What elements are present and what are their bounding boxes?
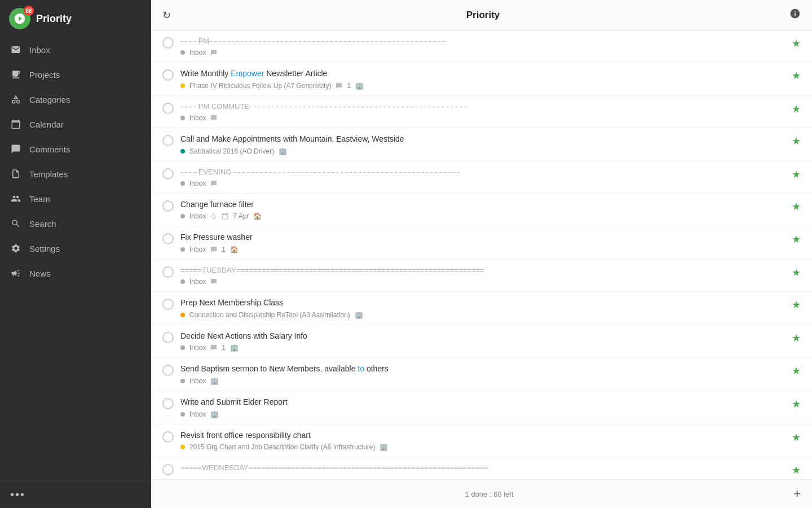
star-button[interactable]: ★ — [789, 134, 803, 148]
task-checkbox[interactable] — [162, 135, 174, 146]
calendar-small-icon — [222, 213, 228, 220]
task-row: Write Monthly Empower Newsletter Article… — [151, 63, 812, 96]
home-icon: 🏠 — [230, 246, 239, 253]
task-checkbox[interactable] — [162, 233, 174, 244]
sidebar-item-categories[interactable]: Categories — [0, 87, 151, 112]
sidebar-item-settings[interactable]: Settings — [0, 236, 151, 261]
info-button[interactable] — [789, 8, 801, 22]
task-content: Send Baptism sermon to New Members, avai… — [180, 364, 783, 385]
task-checkbox[interactable] — [162, 200, 174, 212]
star-button[interactable]: ★ — [789, 297, 803, 312]
task-checkbox[interactable] — [162, 332, 174, 343]
task-checkbox[interactable] — [162, 365, 174, 376]
add-task-button[interactable]: + — [793, 487, 801, 501]
task-checkbox[interactable] — [162, 431, 174, 443]
star-button[interactable]: ★ — [789, 331, 803, 345]
sidebar-item-templates[interactable]: Templates — [0, 161, 151, 186]
task-meta: 2015 Org Chart and Job Description Clari… — [180, 443, 783, 451]
task-content: Prep Next Membership Class Connection an… — [180, 297, 783, 319]
task-meta: Inbox — [180, 114, 783, 122]
star-button[interactable]: ★ — [789, 102, 803, 116]
task-row: - - - - EVENING - - - - - - - - - - - - … — [151, 161, 812, 194]
task-title: Decide Next Actions with Salary Info — [180, 331, 783, 342]
task-meta: Inbox — [180, 49, 783, 56]
task-checkbox[interactable] — [162, 464, 174, 475]
chat-icon — [210, 115, 217, 121]
building-icon: 🏢 — [230, 344, 239, 352]
task-row: Revisit front office responsibility char… — [151, 424, 812, 458]
task-meta: Inbox — [180, 179, 783, 187]
star-button[interactable]: ★ — [789, 199, 803, 214]
more-options-button[interactable]: ••• — [10, 488, 25, 501]
building-icon: 🏢 — [355, 311, 363, 319]
project-label: Phase IV Ridiculous Follow Up (A7 Genero… — [189, 82, 331, 90]
sidebar-item-label-inbox: Inbox — [29, 45, 50, 55]
task-row: Write and Submit Elder Report Inbox 🏢 ★ — [151, 391, 812, 424]
task-checkbox[interactable] — [162, 69, 174, 81]
sidebar-item-label-news: News — [29, 269, 51, 278]
search-icon — [10, 218, 21, 229]
task-content: Call and Make Appointments with Mountain… — [180, 134, 783, 155]
task-meta: Inbox 1 🏠 — [180, 246, 783, 253]
date-label: 7 Apr — [233, 212, 249, 220]
task-row: =====TUESDAY============================… — [151, 260, 812, 292]
sidebar-item-label-categories: Categories — [29, 95, 70, 104]
project-dot — [180, 412, 185, 417]
task-content: Revisit front office responsibility char… — [180, 430, 783, 452]
star-button[interactable]: ★ — [789, 167, 803, 182]
task-title: Revisit front office responsibility char… — [180, 430, 783, 441]
project-label: Connection and Discipleship ReTool (A3 A… — [189, 311, 350, 319]
footer-status: 1 done : 68 left — [185, 490, 793, 498]
app-title: Priority — [36, 13, 72, 25]
task-checkbox[interactable] — [162, 168, 174, 179]
calendar-icon — [10, 119, 21, 130]
task-checkbox[interactable] — [162, 266, 174, 278]
star-button[interactable]: ★ — [789, 430, 803, 445]
project-dot — [180, 247, 185, 252]
task-title: - - - - EVENING - - - - - - - - - - - - … — [180, 167, 783, 177]
task-content: - - - - EVENING - - - - - - - - - - - - … — [180, 167, 783, 187]
task-checkbox[interactable] — [162, 37, 174, 49]
sidebar-item-calendar[interactable]: Calendar — [0, 112, 151, 137]
project-dot — [180, 445, 185, 449]
sidebar-item-team[interactable]: Team — [0, 186, 151, 211]
task-row: Send Baptism sermon to New Members, avai… — [151, 358, 812, 391]
chat-icon — [210, 278, 217, 285]
task-meta: Inbox — [180, 278, 783, 286]
star-button[interactable]: ★ — [789, 265, 803, 280]
building-icon: 🏢 — [279, 147, 287, 155]
inbox-label: Inbox — [189, 246, 206, 253]
star-button[interactable]: ★ — [789, 36, 803, 51]
user-avatar-badge[interactable]: 68 — [9, 8, 30, 29]
highlight-text: Empower — [231, 69, 264, 78]
sidebar-item-label-comments: Comments — [29, 144, 70, 154]
task-checkbox[interactable] — [162, 398, 174, 409]
sidebar-item-projects[interactable]: Projects — [0, 62, 151, 87]
task-content: =====TUESDAY============================… — [180, 265, 783, 286]
projects-icon — [10, 69, 21, 80]
task-row: Decide Next Actions with Salary Info Inb… — [151, 325, 812, 358]
refresh-button[interactable]: ↻ — [162, 9, 171, 21]
star-button[interactable]: ★ — [789, 68, 803, 83]
task-checkbox[interactable] — [162, 103, 174, 114]
sidebar-nav: Inbox Projects Categories Calendar — [0, 37, 151, 481]
task-content: Decide Next Actions with Salary Info Inb… — [180, 331, 783, 352]
sidebar-item-news[interactable]: News — [0, 261, 151, 286]
task-row: - - - - PM COMMUTE- - - - - - - - - - - … — [151, 96, 812, 128]
categories-icon — [10, 94, 21, 105]
inbox-label: Inbox — [189, 278, 206, 286]
star-button[interactable]: ★ — [789, 463, 803, 478]
task-checkbox[interactable] — [162, 299, 174, 310]
star-button[interactable]: ★ — [789, 397, 803, 411]
main-content: ↻ Priority - - - - PM- - - - - - - - - -… — [151, 0, 812, 508]
sidebar-item-comments[interactable]: Comments — [0, 137, 151, 161]
star-button[interactable]: ★ — [789, 232, 803, 247]
sidebar-item-label-search: Search — [29, 219, 56, 229]
task-meta: Connection and Discipleship ReTool (A3 A… — [180, 311, 783, 319]
project-label: 2015 Org Chart and Job Description Clari… — [189, 443, 375, 451]
star-button[interactable]: ★ — [789, 364, 803, 378]
sidebar-item-search[interactable]: Search — [0, 211, 151, 236]
inbox-label: Inbox — [189, 114, 206, 122]
task-meta: Inbox 🏢 — [180, 377, 783, 385]
sidebar-item-inbox[interactable]: Inbox — [0, 37, 151, 62]
